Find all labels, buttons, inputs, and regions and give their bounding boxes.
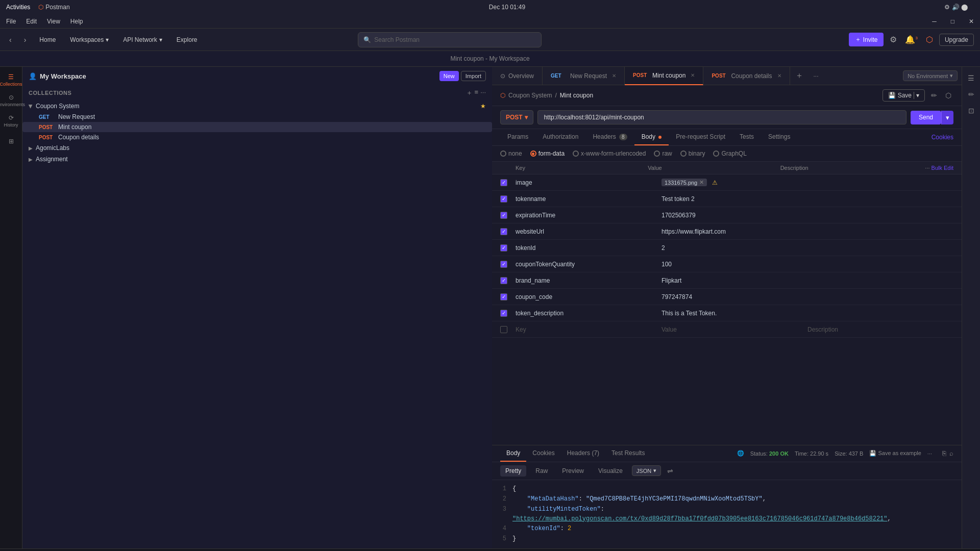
collection-assignment[interactable]: ▶ Assignment (22, 154, 492, 165)
req-tab-headers[interactable]: Headers 8 (585, 129, 634, 145)
row-checkbox[interactable]: ✓ (500, 277, 507, 284)
file-remove-icon[interactable]: ✕ (699, 179, 704, 186)
add-collection-icon[interactable]: ＋ (466, 88, 473, 97)
request-item-mint-coupon[interactable]: POST Mint coupon (22, 122, 492, 132)
menu-help[interactable]: Help (70, 18, 83, 25)
collection-coupon-system[interactable]: ▶ Coupon System ★ (22, 101, 492, 112)
row-checkbox[interactable]: ✓ (500, 293, 507, 300)
body-option-urlencoded[interactable]: x-www-form-urlencoded (573, 150, 646, 157)
api-network-button[interactable]: API Network ▾ (119, 34, 166, 45)
invite-button[interactable]: ＋ Invite (849, 33, 884, 46)
tab-close-icon[interactable]: ✕ (612, 73, 616, 79)
search-response-button[interactable]: ⌕ (949, 449, 953, 457)
save-dropdown-icon[interactable]: ▾ (914, 92, 919, 99)
tab-close-icon[interactable]: ✕ (777, 73, 781, 79)
req-tab-settings[interactable]: Settings (761, 129, 797, 145)
request-item-new-request[interactable]: GET New Request (22, 112, 492, 122)
res-tab-test-results[interactable]: Test Results (605, 445, 651, 462)
back-button[interactable]: ‹ (6, 34, 15, 46)
fmt-tab-pretty[interactable]: Pretty (500, 465, 526, 477)
edit-button[interactable]: ✏ (929, 89, 939, 102)
row-value[interactable]: This is a Test Token. (662, 310, 807, 317)
save-example-button[interactable]: 💾 Save as example (869, 450, 921, 457)
fmt-tab-preview[interactable]: Preview (557, 465, 589, 477)
sidebar-collections-icon[interactable]: ☰ Collections (2, 71, 20, 89)
notification-button[interactable]: 🔔3 (903, 33, 919, 46)
row-checkbox[interactable]: ✓ (500, 212, 507, 219)
tab-new-request[interactable]: GET New Request ✕ (543, 67, 625, 85)
window-close[interactable]: ✕ (969, 18, 974, 25)
collection-agomic-labs[interactable]: ▶ AgomicLabs (22, 142, 492, 154)
row-key[interactable]: websiteUrl (516, 228, 662, 235)
window-minimize[interactable]: ─ (932, 18, 937, 25)
send-button[interactable]: Send (911, 111, 941, 124)
row-checkbox[interactable]: ✓ (500, 244, 507, 252)
row-key[interactable]: expirationTime (516, 212, 662, 219)
tab-more-button[interactable]: ··· (808, 72, 824, 80)
row-checkbox[interactable]: ✓ (500, 261, 507, 268)
import-button[interactable]: Import (461, 71, 486, 81)
search-bar[interactable]: 🔍 Search Postman (358, 32, 542, 47)
req-tab-tests[interactable]: Tests (732, 129, 761, 145)
postman-icon-button[interactable]: ⬡ (924, 33, 935, 46)
row-key[interactable]: image (516, 179, 662, 186)
row-checkbox[interactable]: ✓ (500, 179, 507, 186)
tab-mint-coupon[interactable]: POST Mint coupon ✕ (625, 67, 703, 85)
req-tab-params[interactable]: Params (500, 129, 535, 145)
row-key[interactable]: coupon_code (516, 293, 662, 300)
right-panel-icon-2[interactable]: ✏ (964, 87, 978, 102)
row-key[interactable]: tokenId (516, 244, 662, 252)
row-value[interactable]: 2 (662, 244, 807, 252)
req-tab-authorization[interactable]: Authorization (535, 129, 585, 145)
req-tab-body[interactable]: Body (634, 129, 669, 145)
tab-add-button[interactable]: ＋ (790, 70, 808, 81)
row-key[interactable]: brand_name (516, 277, 662, 284)
share-button[interactable]: ⬡ (943, 89, 953, 102)
row-value[interactable]: 797247874 (662, 293, 807, 300)
row-key[interactable]: token_description (516, 310, 662, 317)
upgrade-button[interactable]: Upgrade (939, 34, 974, 46)
right-panel-icon-3[interactable]: ⊡ (964, 104, 978, 118)
row-value[interactable]: https://www.flipkart.com (662, 228, 807, 235)
row-key-empty[interactable]: Key (516, 326, 662, 333)
bulk-edit-button[interactable]: Bulk Edit (932, 165, 953, 171)
settings-button[interactable]: ⚙ (888, 33, 899, 46)
right-panel-icon-1[interactable]: ☰ (964, 71, 978, 85)
menu-file[interactable]: File (6, 18, 16, 25)
copy-response-button[interactable]: ⎘ (942, 449, 946, 457)
wrap-icon[interactable]: ⇌ (667, 467, 673, 475)
environment-selector[interactable]: No Environment ▾ (903, 70, 958, 81)
res-tab-body[interactable]: Body (500, 445, 526, 462)
tab-overview[interactable]: ⊙ Overview (492, 67, 543, 85)
tab-close-icon[interactable]: ✕ (691, 72, 695, 78)
row-desc-empty[interactable]: Description (807, 326, 953, 333)
row-value[interactable]: Flipkart (662, 277, 807, 284)
explore-button[interactable]: Explore (173, 34, 202, 45)
row-value[interactable]: 1702506379 (662, 212, 807, 219)
save-button[interactable]: 💾 Save ▾ (883, 89, 925, 102)
forward-button[interactable]: › (21, 34, 30, 46)
window-maximize[interactable]: □ (951, 18, 954, 25)
collections-menu-icon[interactable]: ≡ (475, 88, 479, 97)
sidebar-apps-icon[interactable]: ⊞ (2, 132, 20, 151)
row-key[interactable]: tokenname (516, 195, 662, 203)
response-more-icon[interactable]: ··· (927, 450, 932, 457)
cookies-link[interactable]: Cookies (932, 134, 953, 141)
res-tab-headers[interactable]: Headers (7) (561, 445, 605, 462)
row-value-empty[interactable]: Value (662, 326, 807, 333)
sidebar-environments-icon[interactable]: ⊙ Environments (2, 91, 20, 110)
workspaces-button[interactable]: Workspaces ▾ (66, 34, 113, 45)
request-item-coupon-details[interactable]: POST Coupon details (22, 132, 492, 142)
row-checkbox[interactable]: ✓ (500, 195, 507, 203)
row-value[interactable]: Test token 2 (662, 195, 807, 203)
menu-view[interactable]: View (47, 18, 60, 25)
body-option-binary[interactable]: binary (680, 150, 705, 157)
activities-label[interactable]: Activities (6, 4, 30, 11)
home-button[interactable]: Home (35, 34, 60, 45)
fmt-tab-raw[interactable]: Raw (530, 465, 553, 477)
row-checkbox-empty[interactable] (500, 326, 507, 333)
send-dropdown-button[interactable]: ▾ (941, 111, 953, 124)
row-value[interactable]: 100 (662, 261, 807, 268)
method-selector[interactable]: POST ▾ (500, 110, 533, 124)
body-option-form-data[interactable]: form-data (530, 150, 565, 157)
